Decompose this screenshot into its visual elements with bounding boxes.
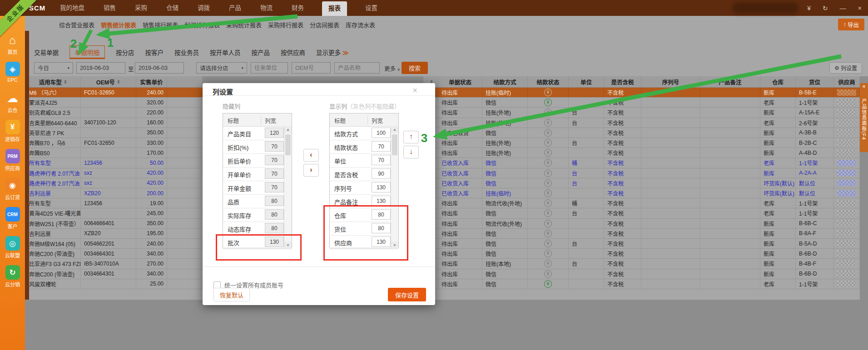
sidebar-item-EPC[interactable]: ◈EPC xyxy=(0,62,25,83)
hidden-column-item-实际库存[interactable]: 实际库存 xyxy=(223,208,292,222)
save-settings-button[interactable]: 保存设置 xyxy=(388,288,426,301)
column-header-是否含税[interactable]: 是否含税 xyxy=(604,76,641,88)
shown-column-item-结款方式[interactable]: 结款方式 xyxy=(330,126,398,140)
topbar-item-财务[interactable]: 财务 xyxy=(291,0,305,16)
shown-column-item-单位[interactable]: 单位 xyxy=(330,153,398,168)
report-tab-库存流水表[interactable]: 库存流水表 xyxy=(346,20,375,29)
table-row[interactable]: M6 （马六）FC01-32650240.00待出库挂账(临时)¥不含税新库B-… xyxy=(26,88,860,98)
column-header-货位[interactable]: 货位 xyxy=(796,76,834,88)
scroll-up-icon[interactable]: ▲ xyxy=(391,126,398,133)
show-more-tabs-link[interactable]: 显示更多 ≫ xyxy=(316,48,349,57)
sidebar-item-云订货[interactable]: ◉云订货 xyxy=(0,178,25,201)
sidebar-item-首页[interactable]: ⌂首页 xyxy=(0,33,25,55)
view-tab-按业务员[interactable]: 按业务员 xyxy=(174,48,199,57)
report-tab-综合营业报表[interactable]: 综合营业报表 xyxy=(59,20,94,29)
column-header-单据状态[interactable]: 单据状态 xyxy=(438,76,482,88)
report-tab-采购统计报表[interactable]: 采购统计报表 xyxy=(226,20,262,29)
column-header-适用车型[interactable]: 适用车型⇕ xyxy=(26,76,81,88)
hidden-column-item-产品类目[interactable]: 产品类目 xyxy=(223,126,292,140)
column-header-仓库[interactable]: 仓库 xyxy=(760,76,796,88)
shown-column-width-input[interactable] xyxy=(372,128,391,138)
column-header-结款状态[interactable]: 结款状态 xyxy=(528,76,569,88)
column-settings-button[interactable]: ⚙ 列设置 xyxy=(829,62,862,74)
table-row[interactable]: 奔腾B50170.00待出库挂账(外地)¥不含税新库A-4B-D xyxy=(26,148,860,158)
move-to-shown-button[interactable]: ‹ xyxy=(303,149,319,162)
sidebar-item-供应商[interactable]: PRM供应商 xyxy=(0,149,25,172)
shown-column-item-是否含税[interactable]: 是否含税 xyxy=(330,167,398,181)
view-tab-按客户[interactable]: 按客户 xyxy=(145,48,164,57)
table-row[interactable]: 奔驰C200 (带油壶)0034664301340.00待出库微信¥不含税新库B… xyxy=(26,269,860,279)
table-row[interactable]: 吉奥星朗6440-64403407100-120160.00待出库挂账(外地)¥… xyxy=(26,118,860,128)
table-row[interactable]: 奔腾B70 ，马6FC01-32650330.00待出库挂账(外地)¥台不含税新… xyxy=(26,138,860,148)
table-row[interactable]: 风骏双槽轮25.00待出库微信¥不含税老库1-1号架 xyxy=(26,279,860,289)
table-row[interactable]: 所有车型12345650.00已收货入库微信¥桶不含税老库1-1号架 xyxy=(26,158,860,168)
hidden-column-item-品质[interactable]: 品质 xyxy=(223,194,292,208)
report-tab-采购排行报表[interactable]: 采购排行报表 xyxy=(268,20,303,29)
minimize-icon[interactable]: — xyxy=(840,5,846,11)
search-button[interactable]: 搜索 xyxy=(402,62,428,74)
restore-defaults-button[interactable]: 恢复默认 xyxy=(213,288,250,301)
collapse-chevron-icon[interactable]: « xyxy=(860,83,868,90)
table-row[interactable]: 奔驰W251 (不带壶） ...0064666401350.00待出库物流代收(… xyxy=(26,219,860,229)
date-from-input[interactable] xyxy=(76,62,125,74)
topbar-item-报表[interactable]: 报表 xyxy=(322,1,347,16)
view-tab-按供应商[interactable]: 按供应商 xyxy=(281,48,305,57)
scroll-thumb[interactable] xyxy=(285,134,291,155)
hidden-column-width-input[interactable] xyxy=(265,182,284,192)
column-header-序列号[interactable]: 序列号 xyxy=(641,76,700,88)
view-tab-按产品[interactable]: 按产品 xyxy=(252,48,270,57)
topbar-item-仓储[interactable]: 仓储 xyxy=(165,0,179,16)
topbar-item-物流[interactable]: 物流 xyxy=(259,0,273,16)
hidden-column-item-动态库存[interactable]: 动态库存 xyxy=(223,222,292,236)
view-tab-按开单人员[interactable]: 按开单人员 xyxy=(210,48,241,57)
table-row[interactable]: 奔驰M级W164 (05)0054662201240.00待出库微信¥台不含税新… xyxy=(26,239,860,249)
hidden-column-item-开单金额[interactable]: 开单金额 xyxy=(223,181,292,195)
view-tab-交易单据[interactable]: 交易单据 xyxy=(34,48,59,57)
column-header-单位[interactable]: 单位 xyxy=(569,76,604,88)
sidebar-item-云仓[interactable]: ☁云仓 xyxy=(0,91,25,113)
hidden-column-width-input[interactable] xyxy=(265,155,284,165)
topbar-item-产品[interactable]: 产品 xyxy=(228,0,242,16)
hidden-column-item-折后单价[interactable]: 折后单价 xyxy=(223,153,292,168)
table-row[interactable]: 路虎神行者 2.0T汽油sxz420.00已收货入库微信¥台不含税坏货库(默认)… xyxy=(26,178,860,188)
table-row[interactable]: 奔驰C200 (带油壶)0034664301340.00待出库微信¥不含税新库B… xyxy=(26,249,860,259)
view-tab-单据明细[interactable]: 单据明细 xyxy=(69,45,105,59)
topbar-item-调拨[interactable]: 调拨 xyxy=(197,0,211,16)
close-icon[interactable]: × xyxy=(412,85,417,95)
hidden-column-width-input[interactable] xyxy=(265,209,284,220)
move-down-button[interactable]: ↓ xyxy=(403,146,419,158)
scroll-up-icon[interactable]: ▲ xyxy=(284,126,292,133)
table-row[interactable]: 黄海4D25 VIE-曙光黄...245.00待出库微信¥台不含税老库1-1号架 xyxy=(26,208,860,218)
table-row[interactable]: 吉利远景XZB20195.00待出库微信¥不含税新库B-8A-F xyxy=(26,229,860,239)
sidebar-item-云分销[interactable]: ↻云分销 xyxy=(0,265,25,288)
sort-icon[interactable]: ⇕ xyxy=(117,79,120,84)
column-header-OEM号[interactable]: OEM号⇕ xyxy=(81,76,136,88)
topbar-item-销售[interactable]: 销售 xyxy=(103,0,117,16)
shown-column-width-input[interactable] xyxy=(372,155,391,165)
report-tab-销售统计报表[interactable]: 销售统计报表 xyxy=(101,20,136,29)
report-tab-利润排行报表[interactable]: 利润排行报表 xyxy=(184,20,220,29)
shown-column-item-结款状态[interactable]: 结款状态 xyxy=(330,140,398,154)
sort-icon[interactable]: ⇕ xyxy=(64,79,67,84)
move-up-button[interactable]: ↑ xyxy=(403,131,419,143)
product-name-input[interactable] xyxy=(334,62,380,74)
column-header-供应商[interactable]: 供应商 xyxy=(834,76,860,88)
sidebar-item-客户[interactable]: CRM客户 xyxy=(0,207,25,230)
topbar-item-采购[interactable]: 采购 xyxy=(134,0,148,16)
shown-column-width-input[interactable] xyxy=(372,196,391,206)
shown-column-width-input[interactable] xyxy=(372,168,391,179)
hidden-list-scrollbar[interactable]: ▲▼ xyxy=(284,126,292,249)
view-tab-按分店[interactable]: 按分店 xyxy=(116,48,134,57)
hidden-column-width-input[interactable] xyxy=(265,141,284,152)
table-row[interactable]: 比亚迪F3 G3 473 FZB...IB5-3407010A270.00待出库… xyxy=(26,259,860,269)
hidden-column-width-input[interactable] xyxy=(265,168,284,179)
currency-icon[interactable]: ¥ xyxy=(807,5,811,11)
oem-input[interactable] xyxy=(292,62,331,74)
topbar-item-我的地盘[interactable]: 我的地盘 xyxy=(59,0,85,16)
table-row[interactable]: 英菲尼迪 7 PK350.00对方已收货微信¥不含税新库A-3B-B xyxy=(26,128,860,138)
date-to-input[interactable] xyxy=(135,62,184,74)
table-row[interactable]: 别克君威GL8 2.5220.00待出库挂账(外地)¥台不含税新库A-15A-E xyxy=(26,108,860,118)
table-row[interactable]: 吉利远景XZB20200.00已收货入库挂账(临时)¥不含税坏货库(默认)默认位 xyxy=(26,188,860,198)
refresh-icon[interactable]: ↻ xyxy=(823,5,828,11)
column-header-实售单价[interactable]: 实售单价 xyxy=(136,76,167,88)
